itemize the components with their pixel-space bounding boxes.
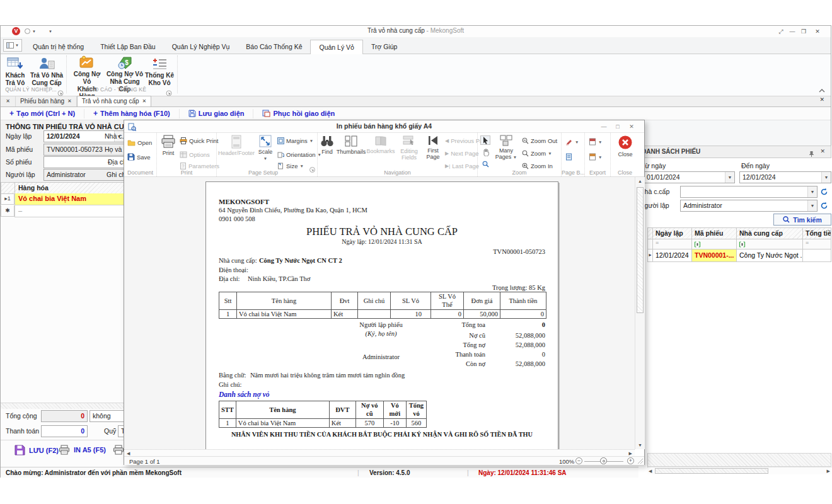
khach-tra-vo-button[interactable]: KháchTrả Vỏ [2,55,28,87]
horizontal-scrollbar[interactable]: ◀ ▶ [647,467,831,474]
fit-window-icon[interactable]: ⤢ [777,28,785,35]
chevron-down-icon[interactable]: ▼ [807,186,817,197]
minimize-icon[interactable]: — [788,28,797,35]
zoom-in-slider-button[interactable]: + [627,457,634,464]
vertical-scrollbar[interactable]: ▲ ▼ [635,177,645,449]
refresh-icon[interactable] [820,201,828,212]
scrollbar-thumb[interactable] [655,468,768,474]
save-layout-button[interactable]: Lưu giao diện [180,109,254,118]
send-email-button[interactable]: ▼ [589,152,602,162]
group-dialog-launcher-icon[interactable] [166,88,172,94]
zoom-slider-thumb[interactable] [600,457,607,464]
tab-quan-ly-nghiep-vu[interactable]: Quản Lý Nghiệp Vụ [164,40,238,54]
cong-no-vo-khach-hang-button[interactable]: Công Nợ VỏKhách Hàng [69,55,105,87]
close-icon[interactable]: ✕ [813,28,822,35]
den-ngay-field[interactable]: 12/01/2024▼ [739,171,831,183]
thanh-toan-field[interactable]: 0 [41,425,88,437]
chevron-down-icon[interactable]: ▼ [807,200,817,211]
pointer-tool[interactable] [480,135,490,145]
print-secondary-button[interactable] [113,445,124,455]
chevron-down-icon[interactable]: ▼ [725,172,734,183]
header-footer-button[interactable]: Header/Footer [218,135,255,156]
orientation-button[interactable]: Orientation▼ [277,149,321,159]
maximize-icon[interactable]: □ [613,123,623,130]
find-button[interactable]: Find [319,135,335,155]
restore-layout-button[interactable]: Phục hồi giao diện [253,109,344,118]
close-icon[interactable]: ✕ [142,96,147,106]
close-icon[interactable]: ✕ [6,96,10,106]
restore-icon[interactable]: ❐ [799,28,808,35]
nha-cc-filter-field[interactable]: ▼ [680,186,818,198]
filter-cell[interactable]: = [653,239,692,249]
tab-bao-cao-thong-ke[interactable]: Báo Cáo Thống Kê [238,40,310,54]
new-record-button[interactable]: +Tạo mới (Ctrl + N) [1,109,84,118]
grid-column-ma-phieu[interactable]: Mã phiếu [692,227,737,239]
tab-bar-close-icon[interactable]: ✕ [819,93,824,104]
preview-area[interactable]: MEKONGSOFT 64 Nguyễn Đình Chiểu, Phường … [124,177,635,449]
many-pages-button[interactable]: Many Pages ▼ [493,135,519,160]
quick-print-button[interactable]: Quick Print [180,135,218,146]
zoom-dropdown-button[interactable]: Zoom▼ [522,148,552,158]
watermark-button[interactable]: ▼ [565,137,579,147]
filter-cell[interactable] [692,239,737,249]
first-page-button[interactable]: First Page [424,135,442,160]
list-cell-code[interactable]: TVN00001-... [692,249,737,262]
close-icon[interactable]: ✕ [67,96,72,106]
ribbon-menu-button[interactable]: ▼ [3,39,22,52]
save-f2-button[interactable]: LƯU (F2) [14,445,59,455]
scrollbar-thumb[interactable] [637,187,644,313]
tab-quan-ly-vo[interactable]: Quản Lý Vỏ [310,40,362,54]
scale-button[interactable]: Scale ▼ [256,135,275,161]
chevron-down-icon[interactable]: ▼ [821,172,831,183]
tong-cong-field[interactable]: 0 [41,410,88,422]
list-cell-total[interactable] [803,249,831,262]
tab-quan-tri-he-thong[interactable]: Quản trị hệ thống [25,40,92,54]
close-icon[interactable]: ✕ [820,148,825,154]
thumbnails-button[interactable]: Thumbnails [337,135,366,155]
doc-tab-tra-vo-nha-cung-cap[interactable]: Trả vỏ nhà cung cấp✕ [77,96,152,106]
print-a5-button[interactable]: IN A5 (F5) [59,445,106,455]
margins-button[interactable]: Margins▼ [277,135,313,146]
page-color-button[interactable] [565,152,572,162]
hand-tool[interactable] [480,147,490,157]
next-page-button[interactable]: ▶ Next Page [445,148,479,158]
magnifier-tool[interactable] [480,159,490,169]
save-button[interactable]: Save [127,152,151,162]
resize-grip[interactable] [637,458,644,464]
horizontal-scrollbar[interactable]: ◀ ▶ [124,449,635,456]
grid-column-nha-cung-cap[interactable]: Nhà cung cấp [737,227,803,239]
tab-thiet-lap-ban-dau[interactable]: Thiết Lập Ban Đầu [92,40,164,54]
filter-cell[interactable]: = [803,239,831,249]
bookmarks-button[interactable]: Bookmarks [367,135,395,154]
zoom-out-slider-button[interactable]: − [575,457,582,464]
open-button[interactable]: Open [127,137,152,147]
search-button[interactable]: Tìm kiếm [773,214,831,226]
tu-ngay-field[interactable]: 01/01/2024▼ [638,171,735,183]
options-button[interactable]: Options [180,149,210,159]
tab-tro-giup[interactable]: Trợ Giúp [363,40,406,54]
zoom-out-button[interactable]: Zoom Out [522,135,557,146]
group-dialog-launcher-icon[interactable] [57,88,64,94]
refresh-icon[interactable] [820,187,828,198]
doc-tab-phieu-ban-hang[interactable]: Phiếu bán hàng✕ [16,96,77,106]
close-icon[interactable]: ✕ [627,123,637,130]
add-item-button[interactable]: +Thêm hàng hóa (F10) [84,109,180,118]
list-cell-date[interactable]: 12/01/2024 [653,249,692,262]
editing-fields-button[interactable]: Editing Fields [396,135,422,161]
export-document-button[interactable]: ▼ [589,137,602,147]
grid-column-tong-tien[interactable]: Tổng tiền [803,227,831,239]
group-dialog-launcher-icon[interactable] [309,164,315,175]
filter-cell[interactable] [737,239,803,249]
nguoi-lap-filter-field[interactable]: Administrator▼ [680,200,818,212]
cong-no-vo-nha-cung-cap-button[interactable]: $ Công Nợ VỏNhà Cung Cấp [105,55,144,87]
tra-vo-nha-cung-cap-button[interactable]: Trả Vỏ NhàCung Cấp [28,55,65,87]
list-cell-supplier[interactable]: Công Ty Nước Ngọt ... [737,249,803,262]
minimize-icon[interactable]: — [599,123,609,130]
thong-ke-kho-vo-button[interactable]: Thống KêKho Vỏ [144,55,175,87]
close-preview-button[interactable]: Close [616,135,635,158]
print-button[interactable]: Print [159,135,177,156]
grid-column-ngay-lap[interactable]: Ngày lập [653,227,692,239]
document-page: MEKONGSOFT 64 Nguyễn Đình Chiểu, Phường … [205,181,558,449]
doc-tab-close-all[interactable]: ✕ [1,96,16,106]
pin-icon[interactable] [809,149,814,160]
